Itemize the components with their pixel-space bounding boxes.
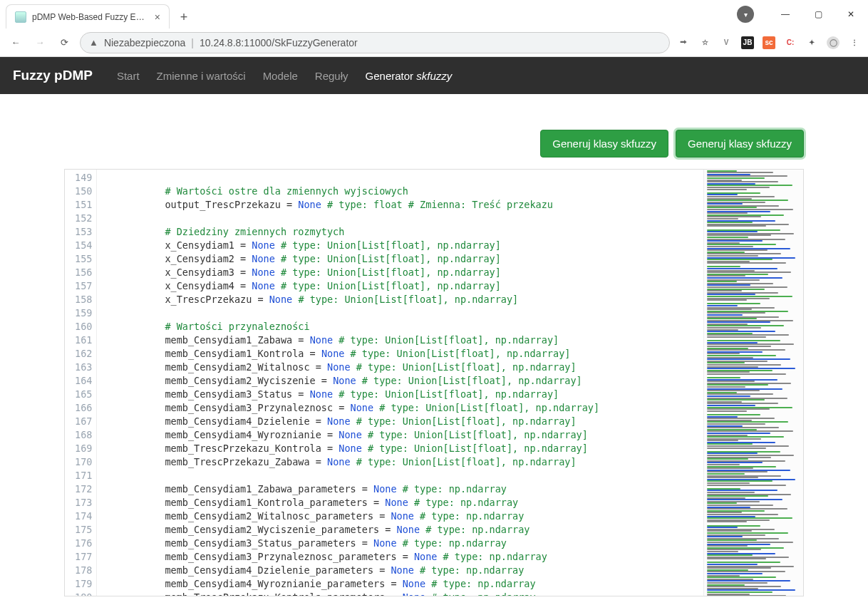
- vue-ext-icon[interactable]: V: [720, 36, 733, 49]
- browser-titlebar: pDMP Web-Based Fuzzy Editor × + ▾ — ▢ ✕: [0, 0, 868, 29]
- translate-icon[interactable]: ⮕: [677, 36, 690, 49]
- favicon-icon: [15, 11, 26, 23]
- generate-button-2[interactable]: Generuj klasy skfuzzy: [676, 130, 804, 157]
- c-ext-icon[interactable]: C:: [784, 36, 797, 49]
- extensions-icon[interactable]: ✦: [805, 36, 818, 49]
- nav-generator-em: skfuzzy: [416, 70, 452, 82]
- nav-zmienne[interactable]: Zmienne i wartości: [157, 70, 246, 82]
- close-tab-icon[interactable]: ×: [155, 11, 160, 23]
- browser-tab[interactable]: pDMP Web-Based Fuzzy Editor ×: [6, 4, 170, 29]
- back-button[interactable]: ←: [7, 34, 24, 51]
- button-row: Generuj klasy skfuzzy Generuj klasy skfu…: [64, 130, 804, 157]
- nav-modele[interactable]: Modele: [263, 70, 298, 82]
- nav-generator-prefix: Generator: [366, 70, 417, 82]
- extension-icons: ⮕ ☆ V JB sc C: ✦ ◯ ⋮: [677, 36, 861, 49]
- page-body: Generuj klasy skfuzzy Generuj klasy skfu…: [0, 94, 868, 610]
- nav-generator[interactable]: Generator skfuzzy: [366, 70, 453, 82]
- sc-ext-icon[interactable]: sc: [763, 36, 775, 49]
- minimize-button[interactable]: —: [770, 4, 801, 25]
- security-warning-icon: ▲: [89, 37, 98, 48]
- jb-ext-icon[interactable]: JB: [741, 36, 754, 49]
- app-header: Fuzzy pDMP Start Zmienne i wartości Mode…: [0, 57, 868, 94]
- bookmark-star-icon[interactable]: ☆: [698, 36, 711, 49]
- generate-button-1[interactable]: Generuj klasy skfuzzy: [540, 130, 668, 157]
- profile-avatar-icon[interactable]: ◯: [827, 36, 839, 49]
- line-gutter: 1491501511521531541551561571581591601611…: [65, 170, 97, 596]
- window-controls: ▾ — ▢ ✕: [737, 0, 868, 29]
- address-bar[interactable]: ▲ Niezabezpieczona | 10.24.8.8:11000/SkF…: [80, 32, 670, 53]
- nav-start[interactable]: Start: [117, 70, 140, 82]
- separator: |: [191, 37, 194, 48]
- reload-button[interactable]: ⟳: [56, 34, 73, 51]
- tab-title: pDMP Web-Based Fuzzy Editor: [32, 12, 149, 22]
- kebab-menu-icon[interactable]: ⋮: [848, 36, 861, 49]
- minimap[interactable]: [703, 170, 803, 596]
- forward-button[interactable]: →: [31, 34, 48, 51]
- code-editor[interactable]: 1491501511521531541551561571581591601611…: [64, 169, 804, 596]
- brand[interactable]: Fuzzy pDMP: [13, 68, 93, 83]
- close-window-button[interactable]: ✕: [835, 4, 867, 25]
- profile-icon[interactable]: ▾: [737, 6, 754, 23]
- new-tab-button[interactable]: +: [174, 7, 194, 27]
- browser-toolbar: ← → ⟳ ▲ Niezabezpieczona | 10.24.8.8:110…: [0, 29, 868, 57]
- maximize-button[interactable]: ▢: [802, 4, 834, 25]
- security-status: Niezabezpieczona: [104, 37, 185, 48]
- code-area[interactable]: # Wartości ostre dla zmiennych wyjsciowy…: [97, 170, 703, 596]
- nav-reguly[interactable]: Reguły: [315, 70, 348, 82]
- url-text: 10.24.8.8:11000/SkFuzzyGenerator: [200, 37, 358, 48]
